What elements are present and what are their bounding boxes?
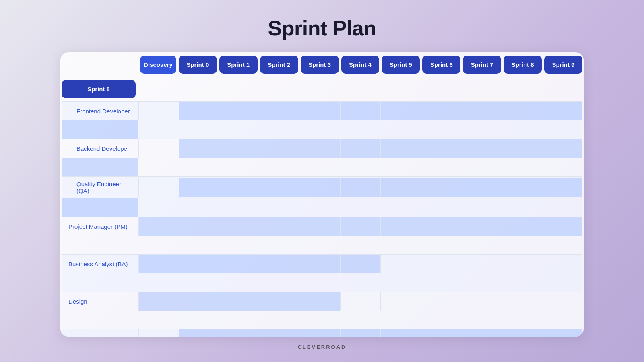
grid-cell xyxy=(300,292,340,311)
grid-cell xyxy=(138,255,179,273)
row-label: Backend Developer xyxy=(62,139,138,158)
grid-cell xyxy=(380,329,421,337)
grid-cell xyxy=(421,102,461,120)
header-col-3: Sprint 2 xyxy=(260,56,298,74)
header-col-10: Sprint 9 xyxy=(544,56,582,74)
grid-cell xyxy=(461,102,501,120)
grid-cell xyxy=(260,329,300,337)
header-col-1: Sprint 0 xyxy=(179,56,217,74)
table-row: Business Analyst (BA) xyxy=(62,254,582,292)
table-row: Backend Developer xyxy=(62,139,582,176)
grid-cell xyxy=(219,178,259,197)
grid-cell xyxy=(138,292,179,311)
row-label: Quality Engineer (QA) xyxy=(62,177,138,198)
header-col-7: Sprint 6 xyxy=(422,56,460,74)
grid-cell xyxy=(260,102,300,120)
grid-cell xyxy=(461,255,501,273)
table-row: Project Manager (PM) xyxy=(62,217,582,254)
row-label: DevOPS xyxy=(62,329,138,337)
grid-cell xyxy=(542,139,582,158)
grid-cell xyxy=(340,102,380,120)
grid-cell xyxy=(421,178,461,197)
grid-cell xyxy=(260,255,300,273)
grid-cell xyxy=(461,178,501,197)
grid-cell xyxy=(461,139,501,158)
grid-cell xyxy=(380,178,421,197)
grid-cell xyxy=(542,329,582,337)
grid-cell xyxy=(542,217,582,236)
grid-cell xyxy=(62,120,138,139)
grid-cell xyxy=(219,255,259,273)
table-row: Quality Engineer (QA) xyxy=(62,176,582,217)
grid-cell xyxy=(380,217,421,236)
data-area: Frontend DeveloperBackend DeveloperQuali… xyxy=(60,101,584,337)
grid-cell xyxy=(219,102,259,120)
grid-cell xyxy=(219,139,259,158)
header-col-9: Sprint 8 xyxy=(504,56,542,74)
grid-cell xyxy=(300,139,340,158)
grid-cell xyxy=(179,217,219,236)
grid-cell xyxy=(138,102,179,120)
grid-cell xyxy=(138,217,179,236)
grid-cell xyxy=(421,139,461,158)
grid-cell xyxy=(461,329,501,337)
grid-cell xyxy=(421,255,461,273)
grid-cell xyxy=(62,273,138,292)
grid-cell xyxy=(260,292,300,311)
header-col-11: Sprint 8 xyxy=(62,80,136,98)
grid-cell xyxy=(300,217,340,236)
grid-cell xyxy=(62,198,138,217)
page-title: Sprint Plan xyxy=(268,16,376,40)
grid-cell xyxy=(340,178,380,197)
grid-cell xyxy=(219,292,259,311)
grid-cell xyxy=(421,217,461,236)
grid-cell xyxy=(179,102,219,120)
brand-label: CLEVERROAD xyxy=(297,344,346,350)
row-label: Project Manager (PM) xyxy=(62,217,138,236)
grid-cell xyxy=(340,292,380,311)
grid-cell xyxy=(138,178,179,197)
header-col-6: Sprint 5 xyxy=(382,56,420,74)
grid-cell xyxy=(542,102,582,120)
grid-cell xyxy=(260,139,300,158)
grid-cell xyxy=(260,178,300,197)
row-label: Frontend Developer xyxy=(62,102,138,120)
header-col-0: Discovery xyxy=(140,56,176,74)
table-row: Design xyxy=(62,292,582,329)
grid-cell xyxy=(138,329,179,337)
grid-cell xyxy=(62,158,138,176)
header-row: DiscoverySprint 0Sprint 1Sprint 2Sprint … xyxy=(60,52,584,101)
grid-cell xyxy=(62,236,138,254)
grid-cell xyxy=(502,102,542,120)
grid-cell xyxy=(179,255,219,273)
table-row: Frontend Developer xyxy=(62,101,582,139)
grid-cell xyxy=(179,292,219,311)
grid-cell xyxy=(502,255,542,273)
header-col-2: Sprint 1 xyxy=(219,56,258,74)
grid-cell xyxy=(340,217,380,236)
grid-cell xyxy=(542,292,582,311)
grid-cell xyxy=(300,102,340,120)
grid-cell xyxy=(380,255,421,273)
grid-cell xyxy=(179,139,219,158)
header-col-4: Sprint 3 xyxy=(301,56,339,74)
grid-cell xyxy=(138,139,179,158)
grid-cell xyxy=(260,217,300,236)
grid-cell xyxy=(62,311,138,329)
grid-cell xyxy=(300,329,340,337)
grid-cell xyxy=(461,292,501,311)
grid-cell xyxy=(179,329,219,337)
grid-cell xyxy=(502,178,542,197)
grid-cell xyxy=(502,292,542,311)
grid-cell xyxy=(421,292,461,311)
grid-cell xyxy=(542,178,582,197)
grid-cell xyxy=(219,217,259,236)
grid-cell xyxy=(380,139,421,158)
grid-cell xyxy=(380,102,421,120)
sprint-plan-card: DiscoverySprint 0Sprint 1Sprint 2Sprint … xyxy=(60,52,584,337)
grid-cell xyxy=(502,139,542,158)
grid-cell xyxy=(219,329,259,337)
grid-cell xyxy=(179,178,219,197)
grid-cell xyxy=(380,292,421,311)
grid-cell xyxy=(421,329,461,337)
